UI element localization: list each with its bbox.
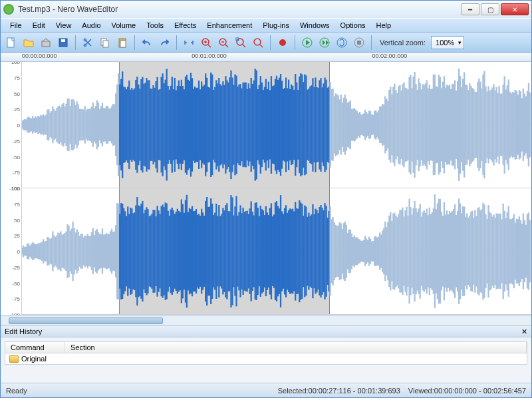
svg-rect-20 xyxy=(357,41,361,45)
menu-file[interactable]: File xyxy=(5,20,27,31)
open-button[interactable] xyxy=(21,35,37,51)
axis-tick: 100 xyxy=(11,186,20,192)
menu-help[interactable]: Help xyxy=(371,20,397,31)
redo-button[interactable] xyxy=(156,35,172,51)
waveform-area: 100 75 50 25 0 -25 -50 -75 -100 100 75 5… xyxy=(1,62,531,315)
status-viewed: Viewed:00:00:00:000 - 00:02:56:457 xyxy=(408,387,526,395)
save-button[interactable] xyxy=(55,35,71,51)
loop-button[interactable] xyxy=(334,35,350,51)
copy-button[interactable] xyxy=(97,35,113,51)
close-button[interactable]: ✕ xyxy=(501,3,529,15)
edit-history-table: Command Section Original xyxy=(5,341,527,365)
axis-tick: -25 xyxy=(12,138,20,144)
record-icon xyxy=(277,37,288,48)
zoom-selection-button[interactable] xyxy=(181,35,197,51)
menu-tools[interactable]: Tools xyxy=(141,20,169,31)
menu-options[interactable]: Options xyxy=(335,20,371,31)
new-file-icon xyxy=(6,37,17,48)
toolbar: Vertical zoom: 100% xyxy=(1,33,531,53)
svg-rect-3 xyxy=(61,39,65,42)
copy-icon xyxy=(100,37,110,48)
axis-tick: 75 xyxy=(14,201,20,207)
zoom-fit-icon xyxy=(184,37,194,48)
zoom-full-button[interactable] xyxy=(250,35,266,51)
axis-tick: 25 xyxy=(14,106,20,112)
waveform-channels[interactable] xyxy=(22,62,531,315)
menu-edit[interactable]: Edit xyxy=(27,20,51,31)
zoom-in-button[interactable] xyxy=(198,35,214,51)
vertical-zoom-label: Vertical zoom: xyxy=(380,39,426,47)
menu-enhancement[interactable]: Enhancement xyxy=(201,20,257,31)
redo-icon xyxy=(159,37,170,48)
record-button[interactable] xyxy=(275,35,291,51)
window-title: Test.mp3 - Nero WaveEditor xyxy=(18,5,461,14)
amplitude-axis: 100 75 50 25 0 -25 -50 -75 -100 100 75 5… xyxy=(1,62,22,315)
new-button[interactable] xyxy=(3,35,19,51)
menubar: File Edit View Audio Volume Tools Effect… xyxy=(1,18,531,33)
library-button[interactable] xyxy=(38,35,54,51)
zoom-tool-button[interactable] xyxy=(233,35,249,51)
stop-icon xyxy=(354,37,364,48)
menu-effects[interactable]: Effects xyxy=(169,20,201,31)
timeline-ruler[interactable]: 00:00:00:000 00:01:00:000 00:02:00:000 xyxy=(1,53,531,62)
svg-point-12 xyxy=(237,39,243,45)
menu-volume[interactable]: Volume xyxy=(106,20,142,31)
undo-icon xyxy=(142,37,152,48)
toolbar-separator xyxy=(134,35,135,50)
toolbar-separator xyxy=(371,35,372,50)
table-header: Command Section xyxy=(5,342,527,353)
axis-tick: -75 xyxy=(12,296,20,302)
app-icon xyxy=(3,4,14,15)
edit-history-panel: Command Section Original xyxy=(1,337,531,383)
minimize-button[interactable]: ━ xyxy=(461,3,479,15)
timeline-mark: 00:00:00:000 xyxy=(22,53,57,59)
axis-tick: -50 xyxy=(12,154,20,160)
toolbar-separator xyxy=(270,35,271,50)
menu-view[interactable]: View xyxy=(51,20,77,31)
horizontal-scrollbar[interactable] xyxy=(1,315,531,325)
axis-channel-right: 100 75 50 25 0 -25 -50 -75 -100 xyxy=(1,188,21,315)
loop-icon xyxy=(336,37,347,48)
svg-point-15 xyxy=(279,39,286,46)
open-folder-icon xyxy=(23,37,34,48)
edit-history-title: Edit History xyxy=(5,327,42,335)
menu-plugins[interactable]: Plug-ins xyxy=(257,20,295,31)
cut-button[interactable] xyxy=(80,35,96,51)
paste-icon xyxy=(117,37,128,48)
panel-close-icon[interactable]: ✕ xyxy=(521,327,527,336)
axis-tick: -75 xyxy=(12,170,20,176)
col-command[interactable]: Command xyxy=(5,342,65,353)
play-button[interactable] xyxy=(299,35,315,51)
scissors-icon xyxy=(82,37,93,48)
axis-tick: -50 xyxy=(12,280,20,286)
scrollbar-thumb[interactable] xyxy=(9,317,163,324)
channel-left[interactable] xyxy=(22,62,531,188)
play-selection-button[interactable] xyxy=(317,35,332,51)
channel-right[interactable] xyxy=(22,188,531,315)
zoom-in-icon xyxy=(201,37,211,48)
play-icon xyxy=(302,37,313,48)
library-icon xyxy=(41,37,51,48)
menu-windows[interactable]: Windows xyxy=(295,20,335,31)
menu-audio[interactable]: Audio xyxy=(76,20,106,31)
axis-tick: 50 xyxy=(14,217,20,223)
paste-button[interactable] xyxy=(114,35,130,51)
save-icon xyxy=(58,37,68,48)
window-buttons: ━ ▢ ✕ xyxy=(461,3,529,15)
axis-channel-left: 100 75 50 25 0 -25 -50 -75 -100 xyxy=(1,62,21,188)
table-row[interactable]: Original xyxy=(5,353,527,364)
svg-rect-9 xyxy=(120,41,126,47)
axis-tick: 75 xyxy=(14,75,20,81)
stop-button[interactable] xyxy=(351,35,367,51)
timeline-mark: 00:01:00:000 xyxy=(192,53,227,59)
axis-tick: 0 xyxy=(17,122,20,128)
zoom-out-button[interactable] xyxy=(215,35,231,51)
axis-tick: -100 xyxy=(9,312,20,315)
undo-button[interactable] xyxy=(139,35,155,51)
axis-tick: 25 xyxy=(14,233,20,239)
toolbar-separator xyxy=(75,35,76,50)
vertical-zoom-select[interactable]: 100% xyxy=(431,36,464,49)
maximize-button[interactable]: ▢ xyxy=(481,3,499,15)
waveform-left xyxy=(22,62,531,188)
col-section[interactable]: Section xyxy=(65,342,527,353)
